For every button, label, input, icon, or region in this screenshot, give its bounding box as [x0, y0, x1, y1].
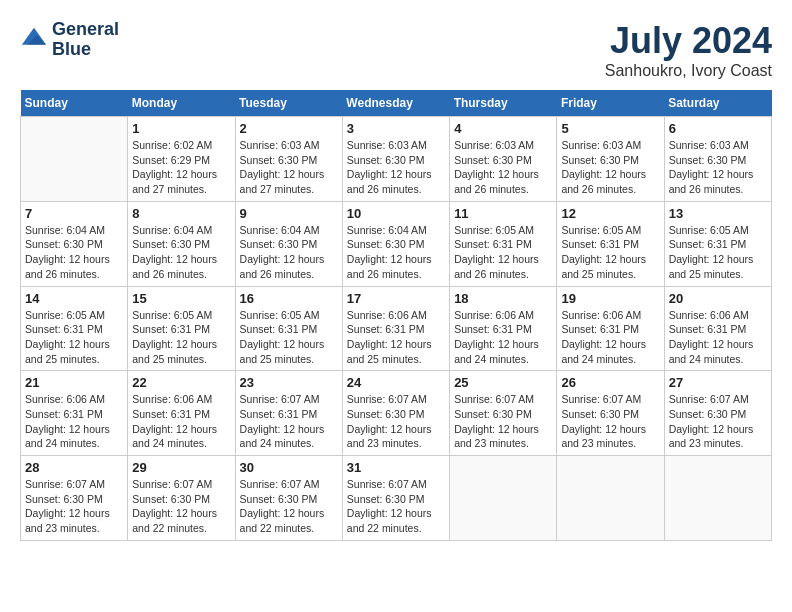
title-block: July 2024 Sanhoukro, Ivory Coast [605, 20, 772, 80]
day-number: 26 [561, 375, 659, 390]
day-number: 6 [669, 121, 767, 136]
day-number: 28 [25, 460, 123, 475]
day-number: 24 [347, 375, 445, 390]
day-info: Sunrise: 6:06 AM Sunset: 6:31 PM Dayligh… [561, 308, 659, 367]
day-number: 9 [240, 206, 338, 221]
calendar-table: SundayMondayTuesdayWednesdayThursdayFrid… [20, 90, 772, 541]
day-number: 4 [454, 121, 552, 136]
day-number: 14 [25, 291, 123, 306]
day-info: Sunrise: 6:05 AM Sunset: 6:31 PM Dayligh… [669, 223, 767, 282]
days-of-week-row: SundayMondayTuesdayWednesdayThursdayFrid… [21, 90, 772, 117]
dow-header: Friday [557, 90, 664, 117]
dow-header: Wednesday [342, 90, 449, 117]
dow-header: Tuesday [235, 90, 342, 117]
day-number: 19 [561, 291, 659, 306]
calendar-cell: 17Sunrise: 6:06 AM Sunset: 6:31 PM Dayli… [342, 286, 449, 371]
day-number: 2 [240, 121, 338, 136]
calendar-cell: 6Sunrise: 6:03 AM Sunset: 6:30 PM Daylig… [664, 117, 771, 202]
calendar-cell: 19Sunrise: 6:06 AM Sunset: 6:31 PM Dayli… [557, 286, 664, 371]
dow-header: Thursday [450, 90, 557, 117]
logo: General Blue [20, 20, 119, 60]
calendar-week-row: 7Sunrise: 6:04 AM Sunset: 6:30 PM Daylig… [21, 201, 772, 286]
calendar-cell: 26Sunrise: 6:07 AM Sunset: 6:30 PM Dayli… [557, 371, 664, 456]
day-info: Sunrise: 6:07 AM Sunset: 6:30 PM Dayligh… [347, 392, 445, 451]
day-info: Sunrise: 6:07 AM Sunset: 6:30 PM Dayligh… [669, 392, 767, 451]
day-number: 25 [454, 375, 552, 390]
day-number: 3 [347, 121, 445, 136]
day-info: Sunrise: 6:04 AM Sunset: 6:30 PM Dayligh… [240, 223, 338, 282]
day-info: Sunrise: 6:02 AM Sunset: 6:29 PM Dayligh… [132, 138, 230, 197]
calendar-week-row: 21Sunrise: 6:06 AM Sunset: 6:31 PM Dayli… [21, 371, 772, 456]
day-info: Sunrise: 6:03 AM Sunset: 6:30 PM Dayligh… [669, 138, 767, 197]
day-info: Sunrise: 6:07 AM Sunset: 6:31 PM Dayligh… [240, 392, 338, 451]
day-info: Sunrise: 6:03 AM Sunset: 6:30 PM Dayligh… [561, 138, 659, 197]
calendar-cell: 1Sunrise: 6:02 AM Sunset: 6:29 PM Daylig… [128, 117, 235, 202]
day-info: Sunrise: 6:04 AM Sunset: 6:30 PM Dayligh… [25, 223, 123, 282]
day-info: Sunrise: 6:07 AM Sunset: 6:30 PM Dayligh… [561, 392, 659, 451]
calendar-cell: 5Sunrise: 6:03 AM Sunset: 6:30 PM Daylig… [557, 117, 664, 202]
logo-text: General Blue [52, 20, 119, 60]
calendar-cell: 28Sunrise: 6:07 AM Sunset: 6:30 PM Dayli… [21, 456, 128, 541]
day-number: 11 [454, 206, 552, 221]
day-info: Sunrise: 6:03 AM Sunset: 6:30 PM Dayligh… [347, 138, 445, 197]
calendar-cell [664, 456, 771, 541]
day-number: 17 [347, 291, 445, 306]
day-info: Sunrise: 6:03 AM Sunset: 6:30 PM Dayligh… [240, 138, 338, 197]
calendar-cell: 14Sunrise: 6:05 AM Sunset: 6:31 PM Dayli… [21, 286, 128, 371]
dow-header: Monday [128, 90, 235, 117]
day-info: Sunrise: 6:05 AM Sunset: 6:31 PM Dayligh… [561, 223, 659, 282]
dow-header: Saturday [664, 90, 771, 117]
calendar-cell: 22Sunrise: 6:06 AM Sunset: 6:31 PM Dayli… [128, 371, 235, 456]
calendar-cell: 12Sunrise: 6:05 AM Sunset: 6:31 PM Dayli… [557, 201, 664, 286]
day-number: 13 [669, 206, 767, 221]
day-number: 22 [132, 375, 230, 390]
day-number: 8 [132, 206, 230, 221]
calendar-cell: 13Sunrise: 6:05 AM Sunset: 6:31 PM Dayli… [664, 201, 771, 286]
day-info: Sunrise: 6:07 AM Sunset: 6:30 PM Dayligh… [240, 477, 338, 536]
calendar-cell: 11Sunrise: 6:05 AM Sunset: 6:31 PM Dayli… [450, 201, 557, 286]
day-info: Sunrise: 6:07 AM Sunset: 6:30 PM Dayligh… [132, 477, 230, 536]
day-info: Sunrise: 6:05 AM Sunset: 6:31 PM Dayligh… [132, 308, 230, 367]
calendar-cell: 25Sunrise: 6:07 AM Sunset: 6:30 PM Dayli… [450, 371, 557, 456]
calendar-cell: 31Sunrise: 6:07 AM Sunset: 6:30 PM Dayli… [342, 456, 449, 541]
calendar-cell: 29Sunrise: 6:07 AM Sunset: 6:30 PM Dayli… [128, 456, 235, 541]
calendar-cell: 3Sunrise: 6:03 AM Sunset: 6:30 PM Daylig… [342, 117, 449, 202]
calendar-cell: 24Sunrise: 6:07 AM Sunset: 6:30 PM Dayli… [342, 371, 449, 456]
day-number: 18 [454, 291, 552, 306]
calendar-cell: 2Sunrise: 6:03 AM Sunset: 6:30 PM Daylig… [235, 117, 342, 202]
calendar-cell: 10Sunrise: 6:04 AM Sunset: 6:30 PM Dayli… [342, 201, 449, 286]
calendar-cell: 15Sunrise: 6:05 AM Sunset: 6:31 PM Dayli… [128, 286, 235, 371]
calendar-cell: 16Sunrise: 6:05 AM Sunset: 6:31 PM Dayli… [235, 286, 342, 371]
calendar-cell: 30Sunrise: 6:07 AM Sunset: 6:30 PM Dayli… [235, 456, 342, 541]
day-info: Sunrise: 6:07 AM Sunset: 6:30 PM Dayligh… [454, 392, 552, 451]
day-info: Sunrise: 6:05 AM Sunset: 6:31 PM Dayligh… [240, 308, 338, 367]
calendar-cell: 9Sunrise: 6:04 AM Sunset: 6:30 PM Daylig… [235, 201, 342, 286]
day-number: 10 [347, 206, 445, 221]
day-number: 30 [240, 460, 338, 475]
day-info: Sunrise: 6:06 AM Sunset: 6:31 PM Dayligh… [347, 308, 445, 367]
day-number: 27 [669, 375, 767, 390]
calendar-cell: 18Sunrise: 6:06 AM Sunset: 6:31 PM Dayli… [450, 286, 557, 371]
day-info: Sunrise: 6:03 AM Sunset: 6:30 PM Dayligh… [454, 138, 552, 197]
day-info: Sunrise: 6:07 AM Sunset: 6:30 PM Dayligh… [25, 477, 123, 536]
day-number: 31 [347, 460, 445, 475]
calendar-cell: 7Sunrise: 6:04 AM Sunset: 6:30 PM Daylig… [21, 201, 128, 286]
day-info: Sunrise: 6:06 AM Sunset: 6:31 PM Dayligh… [669, 308, 767, 367]
day-info: Sunrise: 6:04 AM Sunset: 6:30 PM Dayligh… [347, 223, 445, 282]
calendar-cell: 8Sunrise: 6:04 AM Sunset: 6:30 PM Daylig… [128, 201, 235, 286]
day-number: 1 [132, 121, 230, 136]
day-info: Sunrise: 6:04 AM Sunset: 6:30 PM Dayligh… [132, 223, 230, 282]
day-number: 21 [25, 375, 123, 390]
day-number: 12 [561, 206, 659, 221]
calendar-cell [557, 456, 664, 541]
calendar-cell [21, 117, 128, 202]
calendar-week-row: 14Sunrise: 6:05 AM Sunset: 6:31 PM Dayli… [21, 286, 772, 371]
day-info: Sunrise: 6:06 AM Sunset: 6:31 PM Dayligh… [25, 392, 123, 451]
day-info: Sunrise: 6:06 AM Sunset: 6:31 PM Dayligh… [454, 308, 552, 367]
calendar-body: 1Sunrise: 6:02 AM Sunset: 6:29 PM Daylig… [21, 117, 772, 541]
page-title: July 2024 [605, 20, 772, 62]
logo-icon [20, 26, 48, 54]
day-info: Sunrise: 6:06 AM Sunset: 6:31 PM Dayligh… [132, 392, 230, 451]
day-info: Sunrise: 6:05 AM Sunset: 6:31 PM Dayligh… [25, 308, 123, 367]
day-number: 23 [240, 375, 338, 390]
